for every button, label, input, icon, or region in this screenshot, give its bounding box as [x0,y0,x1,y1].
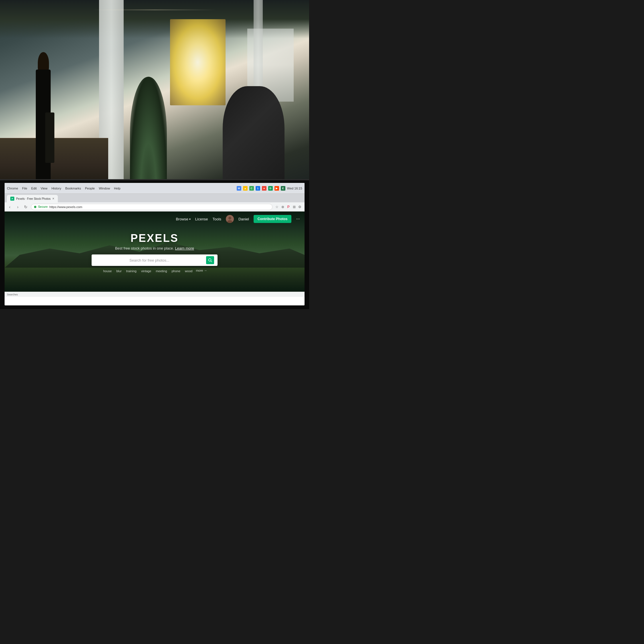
menu-edit[interactable]: Edit [31,187,37,190]
pexels-website: Browse License Tools Daniel Contribute P… [5,212,305,292]
menu-file[interactable]: File [22,187,27,190]
tag-phone[interactable]: phone [171,269,182,273]
menu-bookmarks[interactable]: Bookmarks [65,187,81,190]
back-button[interactable]: ‹ [7,204,13,210]
contribute-photos-button[interactable]: Contribute Photos [254,215,292,223]
address-bar-row: ‹ › ↻ Secure https://www.pexels.com ☆ ⊕ … [5,202,305,212]
browse-nav-item[interactable]: Browse [176,217,190,221]
menu-people[interactable]: People [85,187,95,190]
hero-section: PEXELS Best free stock photos in one pla… [5,226,305,278]
user-name-label: Daniel [238,217,249,221]
pexels-navbar: Browse License Tools Daniel Contribute P… [5,212,305,226]
ext5-icon: E [281,186,285,191]
system-clock: Wed 16:15 [287,187,302,190]
quick-search-tags: house blur training vintage meeting phon… [9,269,300,273]
search-bar[interactable]: Search for free photos... [92,254,218,266]
search-submit-button[interactable] [206,256,214,264]
tag-training[interactable]: training [125,269,138,273]
office-photo-background [0,0,309,192]
browser-window: Chrome File Edit View History Bookmarks … [5,183,305,305]
address-bar-icons: ☆ ⊕ P ⊞ ⚙ [275,205,302,209]
tag-vintage[interactable]: vintage [140,269,152,273]
ext-icon-1[interactable]: ⊞ [292,205,297,209]
svg-line-4 [211,261,212,262]
tab-favicon: P [10,197,14,201]
license-nav-item[interactable]: License [195,217,208,221]
url-display: https://www.pexels.com [50,205,82,209]
plant [130,77,167,192]
ext3-icon: D [268,186,273,191]
tag-wood[interactable]: wood [184,269,193,273]
bright-window-center [170,19,226,105]
tab-title: Pexels · Free Stock Photos [16,197,51,200]
search-container: Search for free photos... [92,254,218,266]
menu-chrome[interactable]: Chrome [7,187,18,190]
tools-nav-item[interactable]: Tools [213,217,221,221]
chair [223,86,285,191]
menu-items: Chrome File Edit View History Bookmarks … [7,187,120,190]
gmail-icon: M [237,186,241,191]
menu-help[interactable]: Help [114,187,120,190]
menu-view[interactable]: View [41,187,48,190]
bookmark-icon[interactable]: ☆ [275,205,279,209]
pexels-logo: PEXELS [9,232,300,244]
person-backpack [45,112,54,163]
forward-button[interactable]: › [15,204,21,210]
pinterest-icon[interactable]: P [286,205,291,209]
pexels-tagline: Best free stock photos in one place. Lea… [9,246,300,250]
tag-meeting[interactable]: meeting [155,269,168,273]
tag-blur[interactable]: blur [115,269,123,273]
drive-icon: ▲ [243,186,248,191]
active-tab[interactable]: P Pexels · Free Stock Photos × [7,195,58,202]
menu-window[interactable]: Window [99,187,110,190]
secure-label: Secure [38,205,48,208]
calendar-icon: C [249,186,254,191]
more-options-button[interactable]: ··· [296,216,300,222]
ext-icon-2[interactable]: ⚙ [298,205,302,209]
ext1-icon: 1 [256,186,260,191]
reader-icon[interactable]: ⊕ [280,205,285,209]
browser-statusbar: Searches [5,292,305,297]
more-tags-link[interactable]: more → [196,269,207,273]
secure-indicator [34,206,36,208]
overhead-lights [93,9,216,10]
tab-bar: P Pexels · Free Stock Photos × [5,194,305,202]
address-bar[interactable]: Secure https://www.pexels.com [31,204,272,210]
ext4-icon: ▶ [274,186,279,191]
learn-more-link[interactable]: Learn more [175,246,194,250]
status-text: Searches [7,293,18,296]
browser-menu-bar: Chrome File Edit View History Bookmarks … [5,183,305,194]
system-icons: M ▲ C 1 ● D ▶ E Wed 16:15 [237,186,302,191]
tag-house[interactable]: house [102,269,113,273]
person-silhouette [25,48,62,191]
menu-history[interactable]: History [52,187,61,190]
ext2-icon: ● [262,186,266,191]
user-avatar [226,215,234,223]
search-input[interactable]: Search for free photos... [95,258,204,262]
refresh-button[interactable]: ↻ [23,204,29,210]
svg-point-1 [228,217,231,220]
laptop-screen-frame: Chrome File Edit View History Bookmarks … [0,179,309,309]
tab-close-button[interactable]: × [52,197,54,201]
